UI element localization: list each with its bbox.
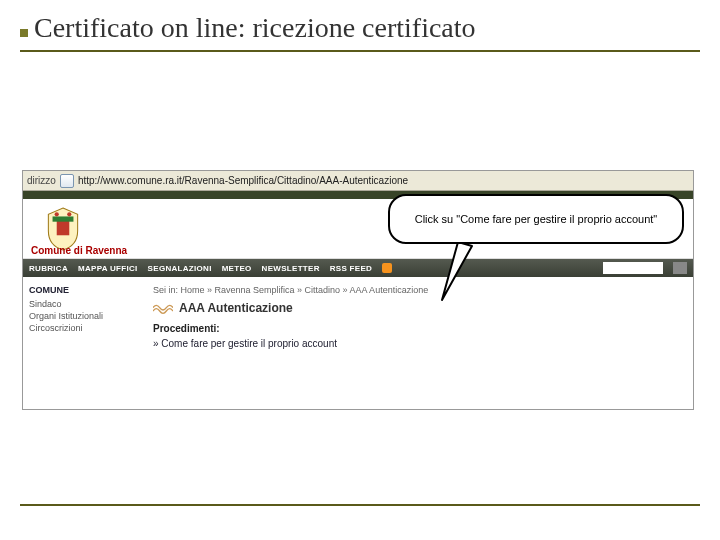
site-brand: Comune di Ravenna — [31, 245, 127, 256]
nav-meteo[interactable]: METEO — [222, 264, 252, 273]
breadcrumb: Sei in: Home » Ravenna Semplifica » Citt… — [153, 285, 683, 295]
callout-text: Click su "Come fare per gestire il propr… — [415, 213, 658, 225]
sidebar-item-circoscrizioni[interactable]: Circoscrizioni — [29, 323, 137, 333]
callout-bubble: Click su "Come fare per gestire il propr… — [388, 194, 684, 244]
sidebar-head-comune: COMUNE — [29, 285, 137, 295]
nav-mappa-uffici[interactable]: MAPPA UFFICI — [78, 264, 138, 273]
svg-point-3 — [67, 212, 71, 216]
nav-rubrica[interactable]: RUBRICA — [29, 264, 68, 273]
search-input[interactable] — [603, 262, 663, 274]
nav-segnalazioni[interactable]: SEGNALAZIONI — [148, 264, 212, 273]
nav-rss-feed[interactable]: RSS FEED — [330, 264, 372, 273]
sidebar-item-sindaco[interactable]: Sindaco — [29, 299, 137, 309]
page-heading: AAA Autenticazione — [153, 301, 683, 315]
browser-address-bar: dirizzo http://www.comune.ra.it/Ravenna-… — [23, 171, 693, 191]
sidebar-item-organi[interactable]: Organi Istituzionali — [29, 311, 137, 321]
slide-footer-divider — [20, 504, 700, 506]
page-icon — [60, 174, 74, 188]
slide-title-text: Certificato on line: ricezione certifica… — [34, 12, 476, 43]
nav-newsletter[interactable]: NEWSLETTER — [262, 264, 320, 273]
address-label: dirizzo — [27, 175, 56, 186]
search-button[interactable] — [673, 262, 687, 274]
site-body: COMUNE Sindaco Organi Istituzionali Circ… — [23, 277, 693, 410]
procedimenti-label: Procedimenti: — [153, 323, 683, 334]
callout-tail-icon — [438, 242, 478, 302]
title-bullet-icon — [20, 29, 28, 37]
main-content: Sei in: Home » Ravenna Semplifica » Citt… — [143, 277, 693, 410]
rss-icon[interactable] — [382, 263, 392, 273]
site-navbar: RUBRICA MAPPA UFFICI SEGNALAZIONI METEO … — [23, 259, 693, 277]
link-come-fare[interactable]: » Come fare per gestire il proprio accou… — [153, 338, 683, 349]
address-url[interactable]: http://www.comune.ra.it/Ravenna-Semplifi… — [78, 175, 408, 186]
slide-title: Certificato on line: ricezione certifica… — [20, 12, 700, 52]
wavy-icon — [153, 303, 173, 313]
svg-rect-1 — [53, 216, 74, 221]
svg-point-2 — [55, 212, 59, 216]
sidebar: COMUNE Sindaco Organi Istituzionali Circ… — [23, 277, 143, 410]
svg-rect-0 — [57, 220, 70, 235]
page-heading-text: AAA Autenticazione — [179, 301, 293, 315]
